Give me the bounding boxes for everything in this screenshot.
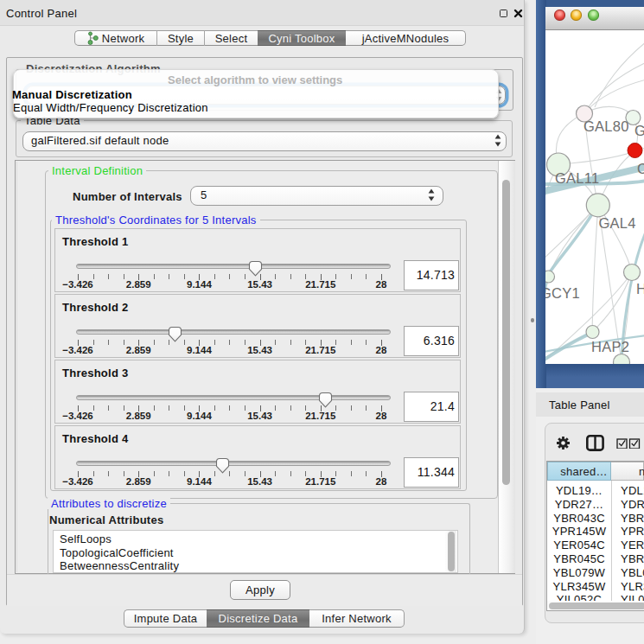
svg-text:GA: GA (634, 123, 644, 138)
svg-text:HI: HI (636, 281, 644, 296)
svg-text:CD: CD (637, 161, 644, 176)
svg-text:HAP2: HAP2 (591, 339, 629, 354)
svg-text:GAL11: GAL11 (555, 170, 599, 186)
svg-text:GAL4: GAL4 (599, 215, 636, 231)
svg-text:GAL80: GAL80 (583, 118, 629, 134)
svg-text:GCY1: GCY1 (545, 285, 580, 301)
